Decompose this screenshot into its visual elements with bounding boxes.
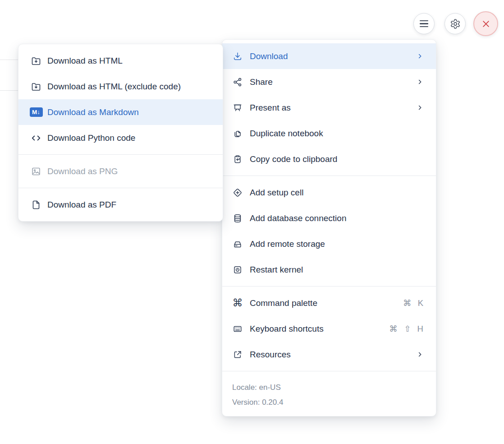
hamburger-icon (420, 20, 428, 28)
command-icon: ⌘ (232, 298, 243, 308)
menu-item-label: Add database connection (250, 213, 423, 223)
version-text: Version: 0.20.4 (232, 395, 426, 410)
menu-item-label: Present as (250, 103, 417, 113)
menu-item-label: Resources (250, 350, 417, 360)
menu-item-label: Copy code to clipboard (250, 154, 423, 164)
submenu-item-download-png[interactable]: Download as PNG (18, 158, 223, 184)
chevron-right-icon (417, 79, 423, 85)
settings-button[interactable] (444, 13, 466, 34)
submenu-divider (18, 188, 223, 188)
restart-icon (232, 265, 243, 275)
menu-item-restart-kernel[interactable]: Restart kernel (222, 257, 436, 282)
submenu-item-download-pdf[interactable]: Download as PDF (18, 192, 223, 217)
menu-item-add-database-connection[interactable]: Add database connection (222, 205, 436, 231)
chevron-right-icon (417, 351, 423, 358)
menu-item-download[interactable]: Download (222, 43, 436, 69)
menu-item-resources[interactable]: Resources (222, 342, 436, 367)
duplicate-icon (232, 129, 243, 139)
close-x-icon (481, 19, 490, 28)
menu-item-label: Download Python code (47, 133, 212, 143)
menu-item-label: Add remote storage (250, 239, 423, 249)
markdown-icon: M↓ (29, 107, 43, 117)
submenu-divider (18, 154, 223, 155)
menu-item-label: Add setup cell (250, 188, 423, 198)
menu-footer: Locale: en-US Version: 0.20.4 (222, 375, 436, 416)
folder-download-icon (29, 81, 43, 92)
locale-text: Locale: en-US (232, 380, 426, 395)
menu-button[interactable] (413, 13, 435, 34)
menu-item-label: Download as HTML (exclude code) (47, 82, 212, 92)
background-divider-top (0, 60, 18, 60)
menu-item-label: Download as PNG (47, 166, 212, 176)
chevron-right-icon (417, 53, 423, 60)
menu-item-label: Duplicate notebook (250, 129, 423, 139)
keyboard-icon (232, 324, 243, 334)
download-icon (232, 51, 243, 61)
menu-item-copy-code[interactable]: Copy code to clipboard (222, 146, 436, 172)
menu-item-label: Download (250, 51, 417, 61)
submenu-item-download-markdown[interactable]: M↓ Download as Markdown (18, 99, 223, 125)
download-submenu: Download as HTML Download as HTML (exclu… (18, 44, 223, 222)
setup-cell-icon (232, 188, 243, 198)
menu-divider (222, 176, 436, 176)
notebook-menu: Download Share Present as (222, 39, 436, 416)
menu-item-duplicate-notebook[interactable]: Duplicate notebook (222, 120, 436, 146)
folder-download-icon (29, 56, 43, 66)
menu-item-label: Share (250, 77, 417, 87)
menu-divider (222, 286, 436, 287)
submenu-item-download-html-exclude-code[interactable]: Download as HTML (exclude code) (18, 74, 223, 99)
database-icon (232, 213, 243, 223)
menu-item-present-as[interactable]: Present as (222, 95, 436, 120)
menu-divider (222, 371, 436, 371)
menu-item-label: Download as HTML (47, 56, 212, 66)
code-icon (29, 133, 43, 143)
gear-icon (450, 18, 461, 29)
menu-item-label: Download as Markdown (47, 107, 212, 117)
presentation-icon (232, 103, 243, 113)
close-button[interactable] (473, 11, 498, 36)
menu-item-label: Restart kernel (250, 265, 423, 275)
menu-item-label: Download as PDF (47, 200, 212, 210)
menu-item-add-setup-cell[interactable]: Add setup cell (222, 180, 436, 205)
clipboard-icon (232, 154, 243, 164)
shortcut-hint: ⌘ ⇧ H (389, 324, 423, 334)
share-icon (232, 77, 243, 87)
menu-item-label: Keyboard shortcuts (250, 324, 389, 334)
menu-item-label: Command palette (250, 298, 403, 308)
submenu-item-download-html[interactable]: Download as HTML (18, 48, 223, 74)
page-background: Download Share Present as (0, 0, 504, 444)
menu-item-add-remote-storage[interactable]: Add remote storage (222, 231, 436, 257)
submenu-item-download-python-code[interactable]: Download Python code (18, 125, 223, 151)
menu-item-share[interactable]: Share (222, 69, 436, 95)
chevron-right-icon (417, 104, 423, 111)
menu-item-keyboard-shortcuts[interactable]: Keyboard shortcuts ⌘ ⇧ H (222, 316, 436, 342)
background-divider-bottom (0, 90, 18, 91)
menu-item-command-palette[interactable]: ⌘ Command palette ⌘ K (222, 290, 436, 316)
shortcut-hint: ⌘ K (403, 298, 423, 308)
external-link-icon (232, 350, 243, 360)
storage-icon (232, 239, 243, 249)
image-icon (29, 166, 43, 177)
file-icon (29, 199, 43, 210)
